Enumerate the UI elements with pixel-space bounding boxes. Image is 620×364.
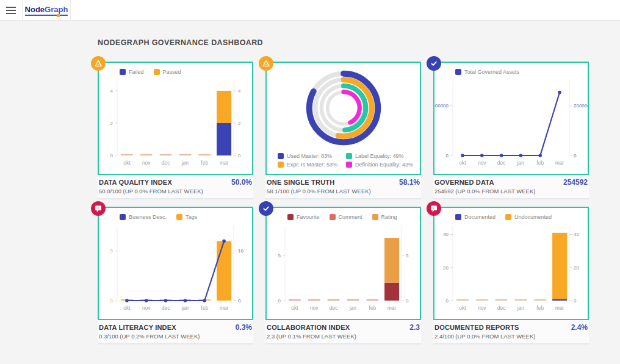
- plot: 0204002040oktnovdecjanfebmar: [434, 221, 588, 314]
- legend-item-favourite[interactable]: Favourite: [287, 214, 320, 220]
- card-subtitle: 2.4/100 (UP 0.0% FROM LAST WEEK): [434, 333, 588, 340]
- dashboard-card-data-literacy-index[interactable]: Business Desc.Tags05010oktnovdecjanfebma…: [98, 207, 253, 344]
- legend-label: Expr. Is Master: 53%: [287, 162, 337, 168]
- legend-label: Comment: [339, 214, 362, 220]
- dashboard-card-one-single-truth[interactable]: Used Master: 83%Label Equality: 49%Expr.…: [265, 62, 421, 199]
- svg-text:0: 0: [446, 298, 449, 304]
- chart-legend: DocumentedUndocumented: [455, 214, 588, 220]
- card-subtitle: 254592 (UP 0.0% FROM LAST WEEK): [434, 188, 588, 194]
- svg-text:dec: dec: [162, 305, 170, 311]
- card-value: 50.0%: [231, 178, 252, 187]
- main-content: NODEGRAPH GOVERNANCE DASHBOARD FailedPas…: [0, 21, 620, 344]
- svg-text:nov: nov: [310, 305, 319, 311]
- dashboard-card-governed-data[interactable]: Total Governed Assets02000000200000oktno…: [433, 62, 589, 199]
- card-meta: DATA LITERACY INDEX0.3%0.3/100 (UP 0.2% …: [98, 320, 253, 344]
- legend-item-rating[interactable]: Rating: [372, 214, 397, 220]
- svg-text:nov: nov: [142, 160, 151, 166]
- svg-text:okt: okt: [459, 305, 466, 311]
- chart-legend: FailedPassed: [120, 69, 252, 75]
- svg-text:0: 0: [110, 298, 114, 304]
- plot: 05010oktnovdecjanfebmar: [99, 221, 252, 314]
- legend-swatch-icon: [176, 214, 182, 220]
- legend-item-tags[interactable]: Tags: [176, 214, 197, 220]
- legend-item-undocumented[interactable]: Undocumented: [505, 214, 552, 220]
- svg-text:okt: okt: [291, 305, 298, 311]
- legend-swatch-icon: [505, 214, 511, 220]
- svg-text:okt: okt: [123, 160, 131, 166]
- chart-area-governed-data: Total Governed Assets02000000200000oktno…: [433, 62, 589, 175]
- svg-text:0: 0: [238, 153, 241, 159]
- comment-icon: [91, 201, 106, 216]
- check-icon: [427, 56, 441, 71]
- legend-item-passed[interactable]: Passed: [154, 69, 181, 75]
- card-title: DATA QUALITY INDEX: [99, 179, 172, 186]
- svg-text:0: 0: [574, 153, 577, 159]
- card-subtitle: 50.0/100 (UP 0.0% FROM LAST WEEK): [99, 188, 252, 194]
- logo-part1: Node: [25, 5, 45, 14]
- legend-item-label-equality-49-[interactable]: Label Equality: 49%: [346, 153, 423, 159]
- dashboard-card-data-quality-index[interactable]: FailedPassed024024oktnovdecjanfebmarDATA…: [98, 62, 253, 199]
- legend-swatch-icon: [120, 214, 126, 220]
- chart-area-collaboration-index: FavouriteCommentRating0505oktnovdecjanfe…: [265, 207, 421, 320]
- dashboard-card-collaboration-index[interactable]: FavouriteCommentRating0505oktnovdecjanfe…: [265, 207, 421, 344]
- svg-text:okt: okt: [123, 305, 131, 311]
- legend-label: Undocumented: [514, 214, 552, 220]
- svg-text:0: 0: [446, 153, 449, 159]
- card-subtitle: 58.1/100 (UP 0.0% FROM LAST WEEK): [267, 188, 420, 194]
- svg-text:4: 4: [110, 88, 114, 94]
- card-title-row: COLLABORATION INDEX2.3: [267, 323, 420, 332]
- dashboard-card-documented-reports[interactable]: DocumentedUndocumented0204002040oktnovde…: [433, 207, 589, 344]
- hamburger-menu-icon[interactable]: [0, 0, 22, 20]
- legend-item-definition-equality-43-[interactable]: Definition Equality: 43%: [346, 162, 423, 168]
- legend-item-comment[interactable]: Comment: [330, 214, 362, 220]
- legend-swatch-icon: [346, 162, 352, 168]
- svg-text:feb: feb: [369, 305, 376, 311]
- logo-text: NodeGraph: [25, 5, 68, 16]
- legend-swatch-icon: [287, 214, 294, 220]
- card-title-row: DATA QUALITY INDEX50.0%: [99, 178, 252, 187]
- legend-swatch-icon: [278, 162, 284, 168]
- legend-item-expr-is-master-53-[interactable]: Expr. Is Master: 53%: [278, 162, 346, 168]
- svg-text:5: 5: [406, 253, 409, 259]
- legend-label: Rating: [381, 214, 397, 220]
- legend-item-documented[interactable]: Documented: [455, 214, 496, 220]
- chart-area-data-literacy-index: Business Desc.Tags05010oktnovdecjanfebma…: [98, 207, 253, 320]
- svg-text:0: 0: [278, 298, 281, 304]
- chart-legend: Business Desc.Tags: [120, 214, 252, 220]
- legend-swatch-icon: [455, 214, 461, 220]
- svg-text:nov: nov: [478, 305, 486, 311]
- svg-text:40: 40: [574, 232, 579, 237]
- card-title-row: ONE SINGLE TRUTH58.1%: [267, 178, 420, 187]
- logo[interactable]: NodeGraph: [22, 0, 71, 20]
- svg-text:4: 4: [238, 88, 241, 94]
- svg-text:okt: okt: [459, 160, 466, 166]
- legend-label: Failed: [129, 69, 144, 75]
- svg-text:nov: nov: [142, 305, 151, 311]
- svg-text:dec: dec: [497, 305, 506, 311]
- card-value: 0.3%: [236, 323, 252, 332]
- svg-text:5: 5: [110, 248, 114, 254]
- card-value: 2.4%: [571, 323, 588, 332]
- svg-text:200000: 200000: [574, 103, 588, 109]
- svg-text:2: 2: [110, 121, 114, 126]
- svg-text:mar: mar: [220, 160, 229, 166]
- legend-item-business-desc-[interactable]: Business Desc.: [120, 214, 167, 220]
- chart-area-data-quality-index: FailedPassed024024oktnovdecjanfebmar: [98, 62, 253, 175]
- svg-text:10: 10: [238, 248, 243, 254]
- svg-text:mar: mar: [555, 160, 564, 166]
- card-title-row: DATA LITERACY INDEX0.3%: [99, 323, 252, 332]
- legend-swatch-icon: [120, 69, 126, 75]
- svg-text:mar: mar: [220, 305, 229, 311]
- legend-item-failed[interactable]: Failed: [120, 69, 144, 75]
- legend-swatch-icon: [372, 214, 378, 220]
- plot: 0505oktnovdecjanfebmar: [267, 221, 420, 314]
- legend-label: Label Equality: 49%: [355, 153, 404, 159]
- legend-label: Definition Equality: 43%: [355, 162, 413, 168]
- legend-item-used-master-83-[interactable]: Used Master: 83%: [278, 153, 346, 159]
- card-title: DOCUMENTED REPORTS: [434, 324, 519, 331]
- svg-text:40: 40: [443, 232, 449, 237]
- legend-label: Tags: [186, 214, 197, 220]
- svg-text:mar: mar: [555, 305, 564, 311]
- warning-triangle-icon: [259, 56, 273, 71]
- legend-item-total-governed-assets[interactable]: Total Governed Assets: [455, 69, 519, 75]
